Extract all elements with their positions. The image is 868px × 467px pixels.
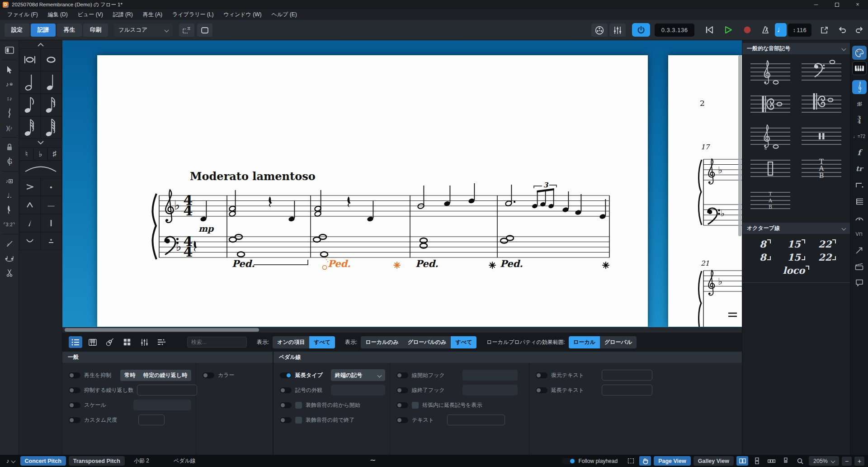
restorative-text-toggle[interactable]: [536, 372, 547, 378]
rest-button[interactable]: [3, 204, 16, 216]
panel-resize-handle[interactable]: ∼: [370, 456, 376, 464]
clef-percussion-button[interactable]: [799, 124, 844, 150]
rhythm-dot-button[interactable]: ♩.: [3, 189, 16, 202]
octave-8vb-button[interactable]: 8: [760, 252, 771, 263]
tab-drum-pads[interactable]: [120, 336, 134, 348]
grace-start-toggle[interactable]: [280, 402, 292, 408]
single-page-button[interactable]: [780, 456, 792, 466]
clef-tab-button[interactable]: TAB: [799, 156, 844, 182]
note-input-button[interactable]: ♪⊕: [3, 78, 16, 91]
play-button[interactable]: [721, 23, 736, 37]
menu-file[interactable]: ファイル (F): [3, 10, 42, 20]
follow-playhead-toggle[interactable]: [562, 458, 576, 464]
articulation-accent-button[interactable]: [19, 178, 41, 196]
suppress-repeats-field[interactable]: [137, 385, 197, 396]
octave-loco-button[interactable]: loco: [783, 265, 810, 276]
clefs-panel-button[interactable]: [852, 80, 867, 94]
suppress-always[interactable]: 常時: [120, 370, 139, 381]
tab-mixer[interactable]: [137, 336, 151, 348]
note[interactable]: [321, 252, 328, 257]
zoom-out-button[interactable]: −: [842, 457, 852, 466]
panels-button[interactable]: [852, 46, 867, 60]
pedal-release-star[interactable]: [394, 262, 400, 268]
rhythmic-grid-button[interactable]: ♪: [4, 457, 18, 464]
gradual-lines-button[interactable]: [852, 242, 867, 258]
note[interactable]: [229, 205, 236, 212]
text-toggle[interactable]: [396, 417, 408, 423]
clef-tool-button[interactable]: G: [3, 155, 16, 168]
dynamics-panel-button[interactable]: f: [852, 144, 867, 161]
maximize-button[interactable]: [826, 0, 847, 9]
tuplet-insert-button[interactable]: )(♪: [3, 121, 16, 134]
menu-write[interactable]: 記譜 (R): [108, 10, 137, 20]
tempo-display[interactable]: ↕116: [788, 24, 811, 37]
ornaments-panel-button[interactable]: tr: [852, 161, 867, 177]
note-breve-button[interactable]: [19, 48, 41, 71]
clef-treble-button[interactable]: [748, 60, 793, 86]
pedal-line[interactable]: [254, 260, 308, 265]
panel-scroll-down[interactable]: [19, 139, 62, 146]
menu-view[interactable]: ビュー (V): [73, 10, 108, 20]
dynamic-mp[interactable]: mp: [198, 224, 214, 234]
tab-fretboard[interactable]: [103, 336, 117, 348]
range-global[interactable]: グローバル: [600, 336, 637, 348]
line-start-hook-field[interactable]: [462, 370, 518, 381]
continuation-text-field[interactable]: [602, 385, 652, 396]
score-canvas[interactable]: Moderato lamentoso: [62, 40, 742, 333]
note-whole-button[interactable]: [41, 48, 62, 71]
key-flat-treble[interactable]: ♭: [174, 198, 180, 213]
page-view-button[interactable]: Page View: [654, 456, 691, 466]
duration-type-toggle[interactable]: [280, 372, 292, 378]
transpose-note-button[interactable]: ↕♪: [3, 92, 16, 105]
comments-button[interactable]: [852, 275, 867, 291]
pedal-sign[interactable]: Ped.: [232, 258, 255, 269]
sign-appearance-field[interactable]: [331, 385, 385, 396]
concert-pitch-button[interactable]: Concert Pitch: [20, 456, 66, 466]
single-window-button[interactable]: [197, 24, 212, 37]
grace-note-button[interactable]: ♪: [3, 175, 16, 187]
articulation-staccato-tenuto-button[interactable]: [41, 232, 62, 250]
pedal-release-star[interactable]: [489, 262, 495, 268]
filter-local-only[interactable]: ローカルのみ: [361, 336, 403, 348]
note-eighth-button[interactable]: [19, 94, 41, 116]
note[interactable]: [314, 205, 321, 212]
tab-setup[interactable]: 設定: [5, 24, 29, 37]
tab-write[interactable]: 記譜: [31, 24, 56, 37]
hand-tool-button[interactable]: [639, 456, 651, 466]
score-page-1[interactable]: Moderato lamentoso: [97, 55, 648, 327]
panel-scroll-up[interactable]: [19, 41, 62, 48]
lock-durations-button[interactable]: [3, 141, 16, 153]
custom-scale-field[interactable]: [138, 415, 165, 425]
zoom-level-select[interactable]: 205%: [809, 456, 839, 466]
metronome-button[interactable]: [758, 23, 773, 37]
new-tab-button[interactable]: [179, 24, 194, 37]
playback-engine-button[interactable]: [632, 23, 650, 37]
tempo-text[interactable]: Moderato lamentoso: [190, 170, 316, 183]
octave-lines-header[interactable]: オクターブ線: [742, 223, 850, 234]
menu-edit[interactable]: 編集 (D): [43, 10, 72, 20]
pedal-sign[interactable]: Ped.: [500, 258, 523, 269]
search-input[interactable]: [187, 337, 247, 348]
color-toggle[interactable]: [203, 372, 214, 378]
suppress-specific[interactable]: 特定の繰り返し時: [139, 370, 191, 381]
octave-15mb-button[interactable]: 15: [787, 252, 805, 263]
grace-end-checkbox[interactable]: [295, 417, 302, 424]
quarter-rest[interactable]: [269, 196, 272, 207]
menu-window[interactable]: ウィンドウ (W): [219, 10, 266, 20]
galley-view-button[interactable]: Galley View: [693, 456, 734, 466]
pedal-sign[interactable]: Ped.: [415, 258, 439, 269]
filter-global-only[interactable]: グローバルのみ: [403, 336, 451, 348]
filter-all-items[interactable]: すべて: [309, 336, 335, 348]
articulation-staccato-button[interactable]: •: [41, 178, 62, 196]
note[interactable]: [420, 238, 427, 243]
parens-checkbox[interactable]: [412, 402, 419, 409]
scissors-button[interactable]: [3, 267, 16, 279]
accidental-flat-button[interactable]: ♭: [33, 147, 47, 161]
zoom-in-button[interactable]: +: [854, 457, 864, 466]
record-button[interactable]: [740, 23, 755, 37]
vertical-pages-button[interactable]: [751, 456, 763, 466]
clef-alto-button[interactable]: [748, 92, 793, 118]
clef-tenor-button[interactable]: [799, 92, 844, 118]
mixer-button[interactable]: [609, 24, 626, 37]
sign-appearance-toggle[interactable]: [280, 387, 292, 393]
